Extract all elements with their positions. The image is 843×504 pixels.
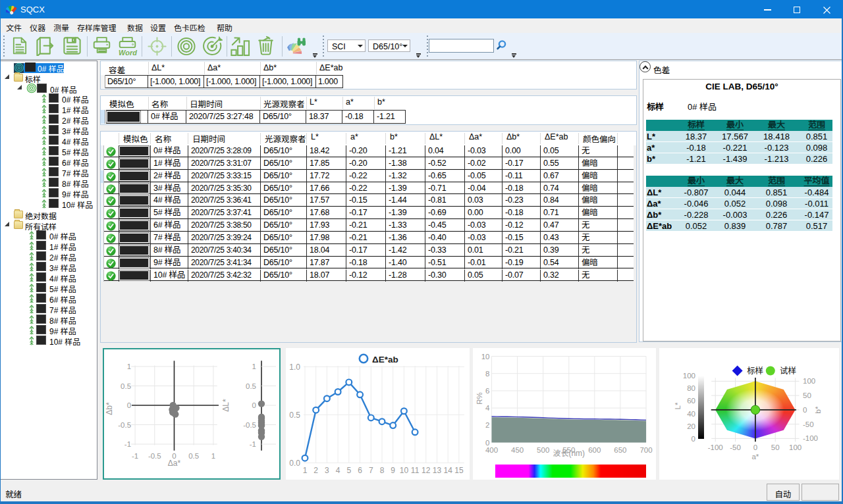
svg-text:-1: -1 [124, 440, 131, 448]
svg-text:6: 6 [485, 387, 489, 395]
svg-text:-0.5: -0.5 [243, 421, 256, 429]
svg-text:60: 60 [687, 397, 695, 405]
svg-text:5: 5 [346, 466, 351, 475]
svg-text:Δb*: Δb* [105, 402, 114, 415]
svg-text:0: 0 [127, 401, 131, 409]
svg-text:0: 0 [692, 435, 695, 443]
svg-text:L*: L* [674, 402, 682, 409]
svg-text:0.0: 0.0 [289, 459, 300, 468]
svg-text:4: 4 [485, 404, 490, 412]
svg-text:a*: a* [751, 453, 759, 461]
svg-text:-1: -1 [250, 440, 256, 448]
svg-text:12: 12 [422, 466, 431, 475]
svg-text:0.5: 0.5 [289, 411, 300, 420]
svg-text:0: 0 [803, 406, 807, 414]
svg-text:Δa*: Δa* [168, 459, 181, 468]
svg-text:2: 2 [485, 421, 489, 429]
svg-text:80: 80 [687, 384, 695, 392]
svg-text:1: 1 [127, 363, 131, 370]
svg-text:1.0: 1.0 [289, 363, 300, 372]
svg-text:1: 1 [252, 363, 256, 370]
svg-text:波长(nm): 波长(nm) [553, 449, 585, 458]
svg-text:2: 2 [313, 466, 318, 475]
svg-text:11: 11 [411, 466, 420, 475]
svg-text:4: 4 [336, 466, 340, 475]
svg-text:8: 8 [380, 466, 385, 475]
svg-text:-0.5: -0.5 [118, 421, 131, 429]
svg-text:-1: -1 [132, 452, 138, 460]
svg-text:b*: b* [814, 406, 822, 413]
svg-text:7: 7 [369, 466, 373, 475]
svg-text:700: 700 [639, 446, 652, 454]
svg-text:100: 100 [683, 372, 695, 380]
svg-text:450: 450 [511, 446, 524, 454]
svg-text:13: 13 [433, 466, 442, 475]
svg-text:3: 3 [325, 466, 329, 475]
svg-text:标样: 标样 [747, 366, 763, 376]
svg-text:40: 40 [687, 410, 695, 418]
svg-text:8: 8 [485, 370, 489, 378]
svg-text:100: 100 [789, 443, 802, 451]
svg-text:500: 500 [537, 446, 549, 454]
svg-text:-100: -100 [803, 434, 818, 442]
svg-text:600: 600 [588, 446, 601, 454]
svg-text:50: 50 [771, 443, 780, 451]
svg-text:6: 6 [358, 466, 362, 475]
svg-text:650: 650 [614, 446, 626, 454]
svg-text:400: 400 [485, 446, 498, 454]
svg-text:20: 20 [687, 422, 695, 430]
svg-text:ΔE*ab: ΔE*ab [372, 355, 398, 365]
svg-text:试样: 试样 [780, 366, 796, 376]
svg-text:R%: R% [476, 392, 483, 405]
svg-text:0.5: 0.5 [246, 382, 256, 390]
svg-text:0.5: 0.5 [121, 382, 131, 390]
svg-text:0: 0 [252, 401, 256, 409]
svg-text:1: 1 [211, 452, 215, 460]
svg-text:10: 10 [481, 353, 490, 361]
svg-text:-50: -50 [730, 443, 741, 451]
svg-text:-0.5: -0.5 [148, 452, 161, 460]
svg-text:-50: -50 [803, 420, 814, 428]
svg-text:14: 14 [444, 466, 453, 475]
svg-text:0: 0 [753, 443, 757, 451]
svg-text:ΔL*: ΔL* [221, 399, 231, 412]
svg-text:9: 9 [391, 466, 395, 475]
svg-text:50: 50 [803, 391, 811, 399]
svg-text:0.5: 0.5 [188, 452, 199, 460]
svg-text:-100: -100 [708, 443, 723, 451]
svg-text:0: 0 [485, 439, 489, 447]
svg-text:10: 10 [400, 466, 409, 475]
svg-text:1: 1 [303, 466, 308, 475]
svg-text:15: 15 [454, 466, 464, 475]
svg-text:100: 100 [803, 377, 815, 385]
